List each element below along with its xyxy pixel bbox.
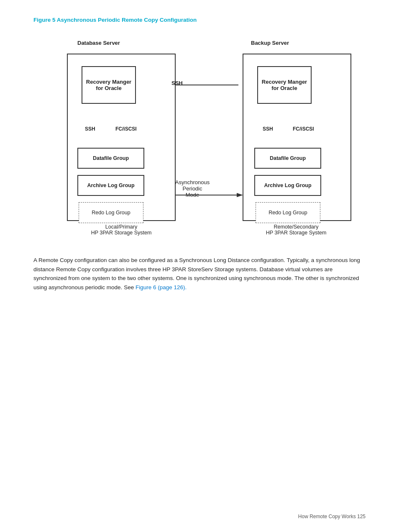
figure6-link[interactable]: Figure 6 (page 126). bbox=[136, 284, 187, 290]
figure-title: Figure 5 Asynchronous Periodic Remote Co… bbox=[33, 17, 366, 23]
right-archive-label: Archive Log Group bbox=[264, 182, 311, 188]
right-rman-label: Recovery Manger for Oracle bbox=[262, 79, 307, 91]
right-rman-box: Recovery Manger for Oracle bbox=[257, 66, 312, 104]
left-rman-box: Recovery Manger for Oracle bbox=[82, 66, 136, 104]
left-datafile-label: Datafile Group bbox=[93, 155, 129, 161]
left-archive-label: Archive Log Group bbox=[87, 182, 134, 188]
left-storage-system-label: Local/Primary HP 3PAR Storage System bbox=[67, 224, 176, 236]
svg-marker-15 bbox=[237, 193, 243, 197]
left-datafile-box: Datafile Group bbox=[77, 148, 144, 169]
body-paragraph: A Remote Copy configuration can also be … bbox=[33, 256, 366, 292]
left-rman-label: Recovery Manger for Oracle bbox=[86, 79, 131, 91]
right-redo-label: Redo Log Group bbox=[269, 210, 307, 216]
left-redo-box: Redo Log Group bbox=[79, 202, 143, 223]
right-archive-box: Archive Log Group bbox=[254, 175, 321, 196]
left-fc-label: FC/iSCSI bbox=[115, 126, 137, 132]
left-ssh-label: SSH bbox=[85, 126, 95, 132]
left-archive-box: Archive Log Group bbox=[77, 175, 144, 196]
async-mode-label: Asynchronous Periodic Mode bbox=[167, 179, 217, 198]
ssh-horizontal-label: SSH bbox=[171, 80, 183, 86]
database-server-label: Database Server bbox=[77, 40, 120, 46]
diagram-area: Database Server Backup Server Recovery M… bbox=[33, 31, 360, 244]
left-redo-label: Redo Log Group bbox=[92, 210, 130, 216]
right-datafile-box: Datafile Group bbox=[254, 148, 321, 169]
right-ssh-label: SSH bbox=[263, 126, 273, 132]
right-fc-label: FC/iSCSI bbox=[293, 126, 314, 132]
right-storage-system-label: Remote/Secondary HP 3PAR Storage System bbox=[242, 224, 350, 236]
backup-server-label: Backup Server bbox=[251, 40, 289, 46]
right-redo-box: Redo Log Group bbox=[256, 202, 320, 223]
right-datafile-label: Datafile Group bbox=[270, 155, 306, 161]
page-footer: How Remote Copy Works 125 bbox=[298, 514, 366, 519]
